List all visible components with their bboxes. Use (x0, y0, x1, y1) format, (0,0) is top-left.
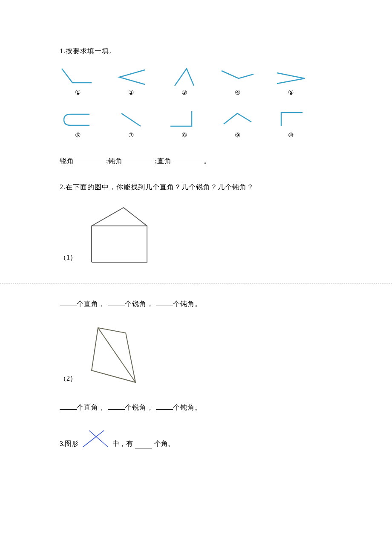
angle-label: ⑩ (273, 131, 309, 139)
t-acute-2: 个锐角， (125, 404, 154, 411)
angle-shape-6 (60, 109, 96, 130)
blank-right[interactable] (172, 156, 202, 163)
quad-diagonal-shape (85, 324, 149, 387)
angle-2: ② (113, 66, 149, 96)
q2-sub1-fill: 个直角， 个锐角， 个钝角。 (60, 299, 332, 309)
angle-shape-3 (166, 66, 202, 88)
t-right-2: 个直角， (77, 404, 106, 411)
sub1-label: （1） (60, 253, 77, 266)
angle-label: ① (60, 89, 96, 96)
angle-shape-8 (166, 109, 202, 130)
house-shape (85, 202, 153, 266)
svg-marker-1 (92, 328, 135, 382)
q1-prompt: 1.按要求填一填。 (60, 47, 332, 56)
q2-sub2: （2） (60, 324, 332, 387)
angle-3: ③ (166, 66, 202, 96)
worksheet-page: 1.按要求填一填。 ① ② ③ (0, 0, 392, 491)
angle-7: ⑦ (113, 109, 149, 139)
angle-label: ⑨ (219, 131, 256, 139)
q3-prefix: 3.图形 (60, 439, 78, 448)
angle-10: ⑩ (273, 109, 309, 139)
angle-label: ⑧ (166, 131, 202, 139)
angle-8: ⑧ (166, 109, 202, 139)
angle-label: ⑦ (113, 131, 149, 139)
q3-suffix: 个角。 (154, 439, 175, 448)
angle-label: ⑤ (273, 89, 309, 96)
angle-shape-4 (219, 66, 256, 88)
blank-acute-count[interactable] (108, 299, 125, 306)
sub2-label: （2） (60, 374, 77, 387)
blank-right-count[interactable] (60, 299, 77, 306)
q3-mid: 中，有 (112, 439, 133, 448)
angle-5: ⑤ (273, 66, 309, 96)
blank-obtuse[interactable] (123, 156, 153, 163)
label-right: ;直角 (155, 157, 171, 165)
svg-line-3 (83, 431, 104, 447)
blank-acute[interactable] (74, 156, 104, 163)
angle-shape-5 (273, 66, 309, 88)
t-acute: 个锐角， (125, 300, 154, 307)
period: 。 (204, 157, 211, 165)
blank-q3[interactable] (135, 441, 152, 448)
angle-shape-1 (60, 66, 96, 88)
angle-6: ⑥ (60, 109, 96, 139)
angle-shape-2 (113, 66, 149, 88)
question-2: 2.在下面的图中，你能找到几个直角？几个锐角？几个钝角？ （1） (60, 183, 332, 266)
q2-sub1: （1） (60, 202, 332, 266)
angle-1: ① (60, 66, 96, 96)
q2-sub2-fill: 个直角， 个锐角， 个钝角。 (60, 402, 332, 412)
question-3: 3.图形 中，有个角。 (60, 429, 332, 448)
angle-shape-10 (273, 109, 309, 130)
angle-label: ③ (166, 89, 202, 96)
angle-grid: ① ② ③ ④ (60, 66, 332, 139)
t-right: 个直角， (77, 300, 106, 307)
blank-acute-count-2[interactable] (108, 402, 125, 410)
blank-right-count-2[interactable] (60, 402, 77, 410)
t-obtuse: 个钝角。 (173, 300, 202, 307)
angle-label: ⑥ (60, 131, 96, 139)
label-obtuse: ;钝角 (106, 157, 123, 165)
svg-line-4 (89, 431, 108, 447)
blank-obtuse-count[interactable] (156, 299, 173, 306)
question-2-cont: 个直角， 个锐角， 个钝角。 （2） 个直角， 个锐角， 个钝角。 (60, 299, 332, 412)
q3-row: 3.图形 中，有个角。 (60, 429, 332, 448)
cross-lines-shape (81, 429, 110, 448)
angle-4: ④ (219, 66, 256, 96)
angle-label: ④ (219, 89, 256, 96)
page-divider (0, 283, 392, 284)
question-1: 1.按要求填一填。 ① ② ③ (60, 47, 332, 166)
angle-9: ⑨ (219, 109, 256, 139)
t-obtuse-2: 个钝角。 (173, 404, 202, 411)
q2-prompt: 2.在下面的图中，你能找到几个直角？几个锐角？几个钝角？ (60, 183, 332, 192)
blank-obtuse-count-2[interactable] (156, 402, 173, 410)
label-acute: 锐角 (60, 157, 74, 165)
angle-shape-9 (219, 109, 256, 130)
svg-line-0 (121, 113, 141, 126)
q1-fill-line: 锐角 ;钝角 ;直角 。 (60, 156, 332, 166)
angle-label: ② (113, 89, 149, 96)
angle-shape-7 (113, 109, 149, 130)
